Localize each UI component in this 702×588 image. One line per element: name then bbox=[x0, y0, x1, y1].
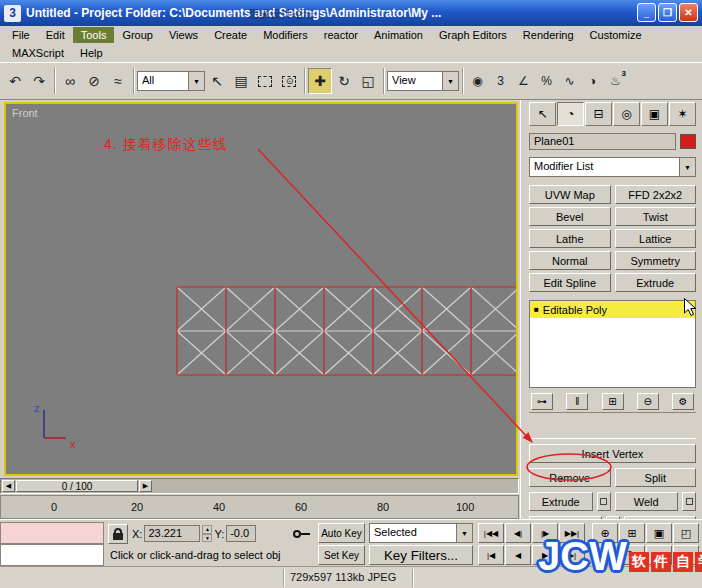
zoom-region-icon[interactable]: ◰ bbox=[673, 523, 699, 543]
extra-nav-icon[interactable]: ▢ bbox=[673, 545, 699, 565]
menu-reactor[interactable]: reactor bbox=[316, 27, 366, 43]
use-pivot-center-icon[interactable]: ◉ bbox=[466, 68, 489, 94]
titlebar[interactable]: 3 Untitled - Project Folder: C:\Document… bbox=[0, 0, 702, 26]
undo-icon[interactable]: ↶ bbox=[3, 68, 27, 94]
split-button[interactable]: Split bbox=[615, 468, 697, 487]
insert-vertex-button[interactable]: Insert Vertex bbox=[529, 444, 696, 463]
show-end-result-icon[interactable]: ‖ bbox=[566, 393, 588, 410]
ffd-2x2x2-button[interactable]: FFD 2x2x2 bbox=[615, 185, 697, 204]
go-to-start-button[interactable]: |◀◀ bbox=[478, 523, 504, 543]
next-frame-arrow-icon[interactable]: ▶ bbox=[139, 480, 152, 492]
menu-customize[interactable]: Customize bbox=[582, 27, 650, 43]
previous-frame-button[interactable]: ◀| bbox=[505, 523, 531, 543]
maxscript-mini-listener-white[interactable] bbox=[0, 544, 104, 566]
weld-settings-button[interactable] bbox=[682, 492, 696, 511]
symmetry-button[interactable]: Symmetry bbox=[615, 251, 697, 270]
bevel-button[interactable]: Bevel bbox=[529, 207, 611, 226]
curve-editor-icon[interactable]: ∿ bbox=[558, 68, 581, 94]
chevron-down-icon[interactable]: ▼ bbox=[442, 72, 458, 90]
selection-lock-button[interactable] bbox=[108, 524, 128, 544]
bind-to-space-warp-icon[interactable]: ≈ bbox=[106, 68, 130, 94]
configure-modifier-sets-icon[interactable]: ⚙ bbox=[672, 393, 694, 410]
modifier-list-dropdown[interactable]: Modifier List ▼ bbox=[529, 157, 696, 177]
remove-modifier-icon[interactable]: ⊖ bbox=[637, 393, 659, 410]
chevron-down-icon[interactable]: ▼ bbox=[679, 158, 695, 176]
set-key-button[interactable]: Set Key bbox=[318, 545, 365, 565]
menu-modifiers[interactable]: Modifiers bbox=[255, 27, 316, 43]
object-name-field[interactable]: Plane01 bbox=[529, 133, 676, 150]
weld-button[interactable]: Weld bbox=[615, 492, 679, 511]
time-slider[interactable]: ◀ 0 / 100 ▶ bbox=[0, 478, 519, 494]
redo-icon[interactable]: ↷ bbox=[27, 68, 51, 94]
lathe-button[interactable]: Lathe bbox=[529, 229, 611, 248]
maximize-viewport-icon[interactable]: ◲ bbox=[646, 545, 672, 565]
menu-graph-editors[interactable]: Graph Editors bbox=[431, 27, 515, 43]
x-coordinate-field[interactable]: 23.221 bbox=[144, 525, 200, 542]
extrude-button[interactable]: Extrude bbox=[529, 492, 593, 511]
make-unique-icon[interactable]: ⊞ bbox=[602, 393, 624, 410]
y-coordinate-field[interactable]: -0.0 bbox=[226, 525, 256, 542]
twist-button[interactable]: Twist bbox=[615, 207, 697, 226]
next-key-button[interactable]: ▶| bbox=[559, 545, 585, 565]
menu-tools[interactable]: Tools bbox=[73, 27, 115, 43]
window-crossing-icon[interactable]: ⊙ bbox=[277, 68, 301, 94]
pin-stack-icon[interactable]: ⊶ bbox=[531, 393, 553, 410]
maxscript-mini-listener-pink[interactable] bbox=[0, 522, 104, 544]
object-color-swatch[interactable] bbox=[680, 134, 696, 149]
selection-filter-dropdown[interactable]: All ▼ bbox=[137, 71, 205, 91]
chevron-down-icon[interactable]: ▼ bbox=[456, 524, 472, 542]
extrude-settings-button[interactable] bbox=[597, 492, 611, 511]
select-and-rotate-icon[interactable]: ↻ bbox=[332, 68, 356, 94]
unlink-selection-icon[interactable]: ⊘ bbox=[82, 68, 106, 94]
modifier-stack[interactable]: ■ Editable Poly bbox=[529, 300, 696, 388]
maximize-button[interactable]: ❐ bbox=[658, 3, 677, 22]
zoom-extents-icon[interactable]: ▣ bbox=[646, 523, 672, 543]
zoom-icon[interactable]: ⊕ bbox=[592, 523, 618, 543]
extrude-modifier-button[interactable]: Extrude bbox=[615, 273, 697, 292]
modify-tab-icon[interactable]: ◔ bbox=[557, 102, 584, 126]
angle-snap-icon[interactable]: ∠ bbox=[512, 68, 535, 94]
select-object-icon[interactable]: ↖ bbox=[205, 68, 229, 94]
selected-set-dropdown[interactable]: Selected ▼ bbox=[369, 523, 473, 543]
viewport-front[interactable]: Front z x 4. 接着移除这些线 bbox=[4, 102, 518, 476]
remove-button[interactable]: Remove bbox=[529, 468, 611, 487]
edit-spline-button[interactable]: Edit Spline bbox=[529, 273, 611, 292]
stack-item-editable-poly[interactable]: ■ Editable Poly bbox=[530, 301, 695, 318]
rect-selection-region-icon[interactable] bbox=[253, 68, 277, 94]
zoom-all-icon[interactable]: ⊞ bbox=[619, 523, 645, 543]
select-by-name-icon[interactable]: ▤ bbox=[229, 68, 253, 94]
arc-rotate-icon[interactable]: ↻ bbox=[619, 545, 645, 565]
hierarchy-tab-icon[interactable]: ⊟ bbox=[585, 102, 612, 126]
menu-views[interactable]: Views bbox=[161, 27, 206, 43]
reference-coordinate-dropdown[interactable]: View ▼ bbox=[387, 71, 459, 91]
close-button[interactable]: ✕ bbox=[679, 3, 698, 22]
menu-group[interactable]: Group bbox=[114, 27, 161, 43]
select-and-link-icon[interactable]: ∞ bbox=[58, 68, 82, 94]
create-tab-icon[interactable]: ↖ bbox=[529, 102, 556, 126]
pan-icon[interactable]: ☛ bbox=[592, 545, 618, 565]
select-and-scale-icon[interactable]: ◱ bbox=[356, 68, 380, 94]
go-to-end-button[interactable]: ▶▶| bbox=[559, 523, 585, 543]
menu-maxscript[interactable]: MAXScript bbox=[4, 45, 72, 61]
snaps-toggle-icon[interactable]: 3 bbox=[489, 68, 512, 94]
render-icon[interactable]: ♨3 bbox=[604, 68, 627, 94]
auto-key-button[interactable]: Auto Key bbox=[318, 523, 365, 543]
minimize-button[interactable]: _ bbox=[637, 3, 656, 22]
play-button[interactable]: ▶ bbox=[532, 545, 558, 565]
key-filters-button[interactable]: Key Filters... bbox=[369, 545, 473, 565]
menu-edit[interactable]: Edit bbox=[38, 27, 73, 43]
previous-key-button[interactable]: |◀ bbox=[478, 545, 504, 565]
uvw-map-button[interactable]: UVW Map bbox=[529, 185, 611, 204]
time-slider-handle[interactable]: 0 / 100 bbox=[16, 480, 138, 492]
material-editor-icon[interactable]: ◑ bbox=[581, 68, 604, 94]
play-reverse-button[interactable]: ◀ bbox=[505, 545, 531, 565]
chevron-down-icon[interactable]: ▼ bbox=[188, 72, 204, 90]
menu-rendering[interactable]: Rendering bbox=[515, 27, 582, 43]
track-bar[interactable]: 0 20 40 60 80 100 bbox=[0, 495, 519, 519]
display-tab-icon[interactable]: ▣ bbox=[641, 102, 668, 126]
menu-help[interactable]: Help bbox=[72, 45, 111, 61]
menu-animation[interactable]: Animation bbox=[366, 27, 431, 43]
x-spinner[interactable]: ▲▼ bbox=[202, 525, 212, 542]
normal-button[interactable]: Normal bbox=[529, 251, 611, 270]
select-and-move-icon[interactable]: ✚ bbox=[308, 68, 332, 94]
